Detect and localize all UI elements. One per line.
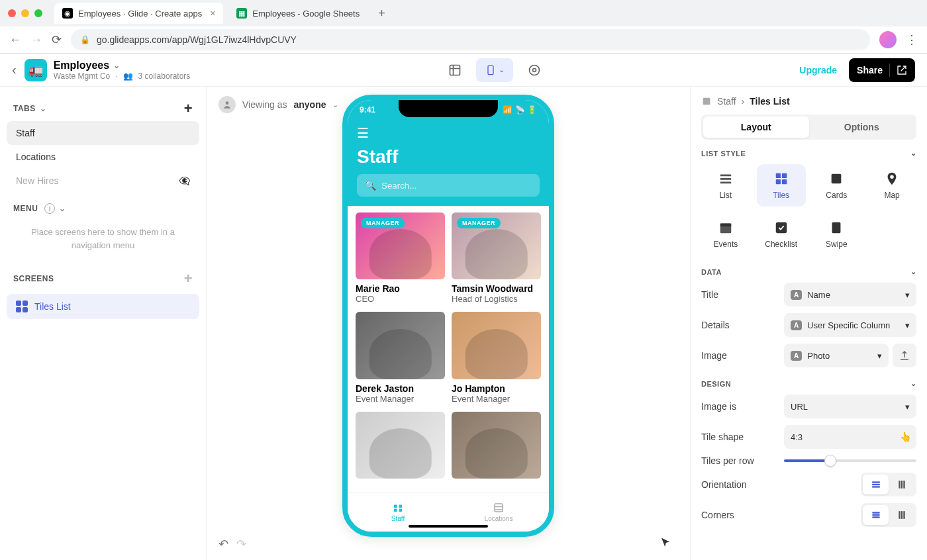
settings-view-button[interactable] [522,58,546,82]
upgrade-link[interactable]: Upgrade [799,65,837,75]
details-dropdown[interactable]: AUser Specific Column▾ [784,313,916,337]
orientation-vertical[interactable] [889,475,914,494]
crumb-root[interactable]: Staff [717,96,736,107]
hamburger-icon[interactable]: ☰ [357,125,540,141]
tile-card[interactable]: MANAGER Tamsin Woodward Head of Logistic… [452,212,541,304]
info-icon[interactable]: i [44,203,55,214]
chevron-down-icon[interactable]: ⌄ [59,204,66,213]
style-checklist[interactable]: Checklist [757,213,806,256]
tab-staff[interactable]: Staff [7,121,199,145]
image-is-dropdown[interactable]: URL▾ [784,395,916,418]
svg-rect-8 [399,509,403,512]
svg-rect-21 [775,222,787,234]
title-dropdown[interactable]: AName▾ [784,283,916,306]
image-dropdown[interactable]: APhoto▾ [784,344,889,367]
reload-button[interactable]: ⟳ [52,32,62,47]
details-field-label: Details [701,320,730,330]
redo-button[interactable]: ↷ [236,537,246,551]
tiles-per-row-slider[interactable] [784,459,916,462]
list-icon [718,171,734,187]
corners-rounded[interactable] [863,505,889,525]
browser-tab-glide[interactable]: ◉ Employees · Glide · Create apps × [54,3,223,24]
add-tab-button[interactable]: + [184,100,193,117]
chevron-down-icon[interactable]: ⌄ [910,267,917,276]
phone-time: 9:41 [360,105,375,115]
svg-rect-28 [903,481,904,489]
svg-rect-23 [872,481,880,483]
window-minimize-button[interactable] [21,9,29,17]
profile-avatar[interactable] [879,31,897,48]
svg-rect-34 [903,511,904,519]
share-button[interactable]: Share [849,58,915,82]
chevron-down-icon[interactable]: ⌄ [910,379,917,388]
style-label: List [720,191,732,200]
new-tab-button[interactable]: + [373,7,391,21]
screen-tiles-list[interactable]: Tiles List [7,294,199,319]
tile-card[interactable]: MANAGER Marie Rao CEO [356,212,445,304]
chevron-down-icon: ⌄ [499,66,505,74]
sheets-favicon-icon: ▦ [236,8,247,19]
slider-thumb[interactable] [824,455,836,467]
chevron-down-icon[interactable]: ⌄ [113,61,120,70]
url-field[interactable]: 🔒 go.glideapps.com/app/Wgj1GL7iwz4lHdvpC… [71,29,870,50]
tile-shape-dropdown[interactable]: 4:3👆 [784,425,916,449]
svg-point-4 [226,101,229,105]
window-close-button[interactable] [8,9,16,17]
phone-search[interactable]: 🔍 [357,174,540,197]
back-button[interactable]: ← [9,33,21,47]
search-input[interactable] [381,181,493,191]
app-back-button[interactable]: ‹ [12,62,17,77]
tile-card[interactable] [452,412,541,479]
svg-rect-15 [782,173,787,178]
svg-rect-14 [775,173,780,178]
orientation-label: Orientation [701,479,746,490]
svg-point-3 [530,65,540,75]
tab-new-hires[interactable]: New Hires👁‍🗨 [7,169,199,193]
tile-card[interactable]: Derek Jaston Event Manager [356,312,445,403]
screen-label: Tiles List [34,301,71,312]
chevron-down-icon[interactable]: ⌄ [40,104,47,113]
orientation-horizontal[interactable] [863,475,889,494]
style-map[interactable]: Map [867,164,916,207]
tab-locations[interactable]: Locations [7,145,199,169]
tile-role: Head of Logistics [452,294,541,304]
phone-view-button[interactable]: ⌄ [476,58,513,82]
image-field-label: Image [701,350,727,361]
tile-card[interactable] [356,412,445,479]
style-list[interactable]: List [701,164,750,207]
address-bar: ← → ⟳ 🔒 go.glideapps.com/app/Wgj1GL7iwz4… [0,26,927,53]
viewing-as[interactable]: Viewing as anyone ⌄ [219,96,338,113]
style-swipe[interactable]: Swipe [812,213,861,256]
browser-menu-button[interactable]: ⋮ [906,32,918,47]
forward-button[interactable]: → [30,33,42,47]
add-screen-button[interactable]: + [184,270,193,287]
upload-image-button[interactable] [893,344,916,367]
manager-badge: MANAGER [361,218,405,228]
undo-button[interactable]: ↶ [219,537,228,551]
list-style-label: LIST STYLE [701,150,746,158]
browser-tab-sheets[interactable]: ▦ Employees - Google Sheets [228,3,367,24]
svg-rect-17 [782,179,787,184]
dropdown-value: User Specific Column [807,320,890,330]
tile-name: Jo Hampton [452,383,541,394]
style-cards[interactable]: Cards [812,164,861,207]
device-switcher: ⌄ [190,58,799,82]
style-label: Tiles [773,191,789,200]
phone-header: ☰ Staff 🔍 [348,120,549,206]
svg-point-2 [533,68,536,71]
chevron-down-icon[interactable]: ⌄ [910,149,917,158]
tab-title: Employees · Glide · Create apps [78,9,202,19]
chevron-down-icon: ▾ [905,290,910,300]
window-zoom-button[interactable] [34,9,42,17]
phone-notch [399,100,498,117]
layout-tab[interactable]: Layout [703,117,809,138]
style-tiles[interactable]: Tiles [757,164,806,207]
svg-rect-5 [394,505,397,508]
tab-label: Staff [16,128,35,138]
corners-square[interactable] [889,505,914,525]
close-tab-button[interactable]: × [210,8,215,19]
data-view-button[interactable] [443,58,467,82]
style-events[interactable]: Events [701,213,750,256]
tile-card[interactable]: Jo Hampton Event Manager [452,312,541,403]
options-tab[interactable]: Options [809,117,915,138]
